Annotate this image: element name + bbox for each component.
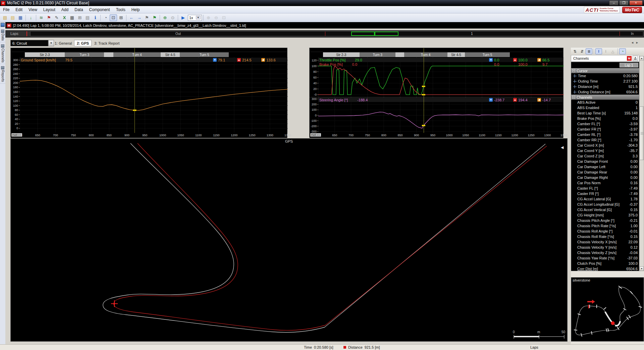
speed-chart[interactable]: Str 2-3Turn 3Turn 4Str 4-5Turn 5 Ground … bbox=[10, 48, 287, 138]
save-icon[interactable]: ▦ bbox=[17, 14, 24, 21]
cursor-line[interactable] bbox=[424, 48, 424, 133]
channel-row[interactable]: Corr Dist [m]6504.6 bbox=[571, 266, 639, 271]
channel-row[interactable]: Chassis Roll Rate [°/s]0.15 bbox=[571, 234, 639, 239]
menu-edit[interactable]: Edit bbox=[12, 7, 25, 13]
channel-row[interactable]: CG Height [mm]375.0 bbox=[571, 212, 639, 218]
range-values-icon[interactable]: I bbox=[602, 48, 609, 54]
zoom-out-x-icon[interactable]: ⊖ bbox=[213, 14, 220, 21]
add-marker-icon[interactable]: ⚑ bbox=[151, 14, 158, 21]
laps-timeline[interactable]: Out 1 In bbox=[30, 31, 643, 36]
group-header[interactable]: Channels bbox=[571, 95, 639, 100]
close-button[interactable]: × bbox=[629, 0, 643, 5]
speed-plot[interactable]: Ground Speed [km/h] 79.5 ▼79.1 ▲214.5 ◆1… bbox=[11, 57, 287, 133]
workbook-select[interactable]: 6: Circuit ▼ bbox=[10, 40, 54, 46]
channel-row[interactable]: Outing Time2:27.100 bbox=[571, 79, 639, 84]
sort-alpha-icon[interactable]: ⇅ bbox=[572, 48, 578, 54]
collapse-arrow-icon[interactable]: ◄ bbox=[560, 145, 565, 150]
channel-row[interactable]: Distance [m]921.5 bbox=[571, 84, 639, 89]
title-bar[interactable]: i2 MoTeC i2 Pro 1.0.21.0030 [ACTI Circui… bbox=[0, 0, 644, 6]
scrollbar-thumb[interactable] bbox=[640, 106, 644, 160]
tab-general[interactable]: 1: General bbox=[52, 40, 74, 46]
steering-plot[interactable]: Steering Angle [°] -188.4 ▼-238.7 ▲194.4… bbox=[310, 97, 563, 133]
channel-row[interactable]: Car Damage Left0.00 bbox=[571, 164, 639, 169]
export-excel-icon[interactable]: X bbox=[61, 14, 68, 21]
scroll-up-icon[interactable]: ▲ bbox=[640, 56, 644, 60]
channel-row[interactable]: Chassis Yaw Rate [°/s]-37.03 bbox=[571, 255, 639, 261]
tab-gps[interactable]: 2: GPS bbox=[74, 40, 92, 46]
menu-add[interactable]: Add bbox=[58, 7, 71, 13]
menu-component[interactable]: Component bbox=[86, 7, 113, 13]
channel-row[interactable]: Camber FR [°]-3.97 bbox=[571, 127, 639, 132]
zoom-range-box[interactable] bbox=[351, 32, 375, 36]
channel-row[interactable]: Chassis Roll Angle [°]-0.01 bbox=[571, 229, 639, 234]
menu-help[interactable]: Help bbox=[128, 7, 143, 13]
channel-row[interactable]: CG Accel Lateral [G]1.78 bbox=[571, 196, 639, 202]
channel-row[interactable]: Car Coord X [m]-304.3 bbox=[571, 143, 639, 148]
playback-speed-select[interactable]: 1x ▼ bbox=[188, 15, 202, 21]
channel-row[interactable]: Time0:20.580 bbox=[571, 73, 639, 79]
open-file-icon[interactable]: ▤ bbox=[9, 14, 16, 21]
tab-scroll-right-icon[interactable]: ► bbox=[636, 41, 639, 44]
channel-row[interactable]: Chassis Velocity Z [m/s]-0.04 bbox=[571, 250, 639, 255]
channel-row[interactable]: Car Damage Rear0.00 bbox=[571, 169, 639, 175]
tab-track-report[interactable]: 3: Track Report bbox=[92, 40, 122, 46]
video-icon[interactable]: ▦ bbox=[68, 14, 76, 21]
edit-icon[interactable]: ✎ bbox=[53, 14, 60, 21]
open-worksheet-icon[interactable]: ▤ bbox=[1, 14, 9, 21]
channel-row[interactable]: Chassis Velocity X [m/s]22.09 bbox=[571, 239, 639, 245]
channel-row[interactable]: ABS Active0 bbox=[571, 100, 639, 105]
cursor-line[interactable] bbox=[135, 48, 135, 133]
zoom-range-box[interactable] bbox=[375, 32, 398, 36]
channels-scrollbar[interactable]: ▲ ▼ bbox=[639, 56, 644, 271]
gps-map[interactable]: GPS ◄ 0 m 50 bbox=[10, 138, 568, 342]
scroll-down-icon[interactable]: ▼ bbox=[640, 266, 644, 271]
channel-row[interactable]: CG Accel Longitudinal [G]-0.37 bbox=[571, 202, 639, 207]
channel-row[interactable]: Car Coord Y [m]-35.7 bbox=[571, 148, 639, 153]
channel-row[interactable]: Caster FL [°]-7.49 bbox=[571, 186, 639, 191]
menu-data[interactable]: Data bbox=[71, 7, 86, 13]
channel-row[interactable]: Caster FR [°]-7.49 bbox=[571, 191, 639, 196]
channel-row[interactable]: Chassis Pitch Rate [°/s]1.00 bbox=[571, 223, 639, 229]
delta-values-icon[interactable]: △ bbox=[609, 48, 616, 54]
menu-tools[interactable]: Tools bbox=[113, 7, 128, 13]
channel-row[interactable]: Chassis Velocity Y [m/s]0.12 bbox=[571, 245, 639, 250]
marker-flag-icon[interactable]: ⚑ bbox=[143, 14, 151, 21]
prev-lap-icon[interactable]: ← bbox=[128, 14, 135, 21]
main-device-badge[interactable]: M bbox=[627, 56, 632, 61]
channel-row[interactable]: Best Lap Time [s]155.148 bbox=[571, 110, 639, 116]
zoom-window-icon[interactable]: ⊡ bbox=[220, 14, 228, 21]
dock-tab-channels[interactable]: Channels bbox=[0, 42, 5, 64]
zoom-reset-icon[interactable]: ⊙ bbox=[169, 14, 176, 21]
channel-row[interactable]: CG Accel Vertical [G]0.15 bbox=[571, 207, 639, 212]
tab-scroll-left-icon[interactable]: ◄ bbox=[631, 41, 634, 44]
next-lap-icon[interactable]: → bbox=[136, 14, 143, 21]
channel-row[interactable]: ABS Enabled1 bbox=[571, 105, 639, 110]
list-view-icon[interactable]: ≣ bbox=[586, 48, 592, 54]
sort-group-icon[interactable]: ⇵ bbox=[579, 48, 585, 54]
menu-layout[interactable]: Layout bbox=[40, 7, 58, 13]
dock-tab-data[interactable]: Data bbox=[0, 28, 5, 42]
cursor-values-icon[interactable]: I bbox=[595, 48, 602, 54]
report-icon[interactable]: ▤ bbox=[84, 14, 91, 21]
zoom-x-icon[interactable]: ⊕ bbox=[205, 14, 212, 21]
channels-list[interactable]: Lap 1CursorTime0:20.580Outing Time2:27.1… bbox=[571, 62, 639, 271]
calculator-icon[interactable]: ⊞ bbox=[76, 14, 84, 21]
live-update-icon[interactable]: ◔ bbox=[619, 48, 626, 54]
zoom-in-icon[interactable]: ⊕ bbox=[161, 14, 169, 21]
channel-row[interactable]: Camber RL [°]-3.78 bbox=[571, 132, 639, 137]
driver-inputs-chart[interactable]: Str 2-3Turn 3Turn 4Str 4-5Turn 5 Throttl… bbox=[309, 48, 564, 138]
track-map-panel[interactable]: silverstone bbox=[571, 277, 644, 342]
channel-row[interactable]: Clutch Pos [%]100.0 bbox=[571, 261, 639, 266]
graph-icon[interactable]: ≋ bbox=[38, 14, 45, 21]
throttle-brake-plot[interactable]: Throttle Pos [%] 29.0 ▼0.0 ▲100.0 ◆66.5 … bbox=[310, 57, 563, 97]
time-display-icon[interactable]: ◔ bbox=[102, 14, 109, 21]
menu-file[interactable]: File bbox=[0, 7, 12, 13]
group-header[interactable]: Cursor bbox=[571, 68, 639, 73]
minimize-button[interactable]: – bbox=[609, 0, 619, 5]
channel-row[interactable]: Camber FL [°]-3.59 bbox=[571, 121, 639, 127]
restore-button[interactable]: ❐ bbox=[619, 0, 629, 5]
channel-row[interactable]: Chassis Pitch Angle [°]-0.21 bbox=[571, 218, 639, 223]
menu-view[interactable]: View bbox=[25, 7, 40, 13]
channel-row[interactable]: Car Pos Norm0.16 bbox=[571, 180, 639, 186]
download-data-icon[interactable]: ↓ bbox=[27, 14, 35, 21]
